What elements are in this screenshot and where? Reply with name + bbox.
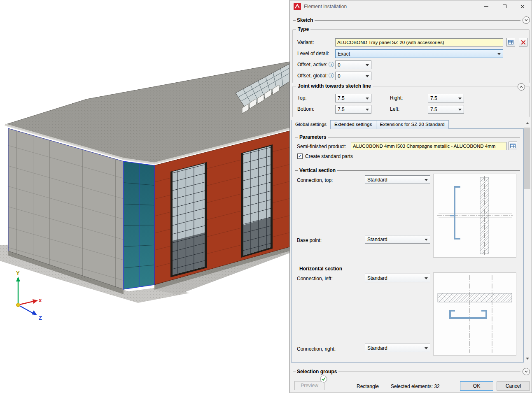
offset-active-label: Offset, active: [297, 61, 327, 68]
info-icon[interactable]: i [329, 62, 334, 67]
maximize-button[interactable] [495, 0, 513, 12]
dropdown-arrow-icon [497, 53, 501, 55]
x-axis-label: x [39, 297, 42, 303]
header-line [293, 372, 296, 372]
horizontal-section-drawing [434, 273, 516, 355]
joint-top-value: 7.5 [338, 95, 345, 101]
cancel-button-label: Cancel [506, 383, 521, 389]
joint-right-combo[interactable]: 7.5 [428, 94, 464, 102]
level-of-detail-combo[interactable]: Exact [335, 49, 503, 58]
header-line [338, 372, 520, 372]
dropdown-arrow-icon [366, 64, 369, 66]
semi-finished-value: ALUCOBOND 4mm I503 Champagne metallic - … [353, 144, 495, 149]
semi-finished-picker-button[interactable] [509, 142, 517, 150]
checkmark-icon: ✓ [298, 154, 302, 158]
connection-top-combo[interactable]: Standard [365, 175, 430, 184]
panel-scrollbar[interactable] [524, 120, 531, 362]
joint-left-value: 7.5 [430, 107, 437, 112]
type-group-title: Type [296, 26, 310, 32]
dropdown-arrow-icon [425, 239, 428, 241]
table-icon [508, 40, 513, 45]
connection-right-combo[interactable]: Standard [365, 344, 430, 352]
tab-extended-settings[interactable]: Extended settings [331, 120, 376, 129]
selected-elements-count: Selected elements: 32 [391, 384, 440, 389]
base-point-label: Base point: [297, 237, 322, 244]
ok-button-label: OK [473, 383, 480, 389]
maximize-icon [503, 5, 506, 8]
connection-right-value: Standard [367, 345, 387, 351]
axis-triad: Y x Z [16, 270, 42, 321]
vertical-section-title: Vertical section [298, 167, 337, 173]
close-icon [520, 5, 525, 9]
y-axis-label: Y [16, 270, 20, 276]
vertical-section-header: Vertical section [295, 167, 520, 174]
joint-left-combo[interactable]: 7.5 [428, 105, 464, 114]
scroll-down-button[interactable] [524, 355, 531, 362]
settings-tabbar: Global settings Extended settings Extens… [291, 120, 449, 129]
x-axis-arrow [33, 299, 38, 304]
table-icon [510, 144, 516, 149]
dropdown-arrow-icon [366, 75, 369, 77]
parameters-title: Parameters [298, 134, 328, 140]
scroll-up-button[interactable] [524, 120, 531, 127]
tab-global-settings[interactable]: Global settings [291, 120, 331, 129]
joint-bottom-value: 7.5 [338, 107, 345, 112]
header-line [293, 20, 296, 21]
preview-button-label: Preview [301, 383, 318, 388]
semi-finished-field[interactable]: ALUCOBOND 4mm I503 Champagne metallic - … [351, 142, 506, 150]
joint-width-collapse-button[interactable] [518, 83, 525, 91]
offset-global-value: 0 [338, 73, 341, 79]
level-of-detail-value: Exact [338, 51, 350, 57]
create-standard-parts-checkbox[interactable]: ✓ [297, 153, 303, 159]
close-button[interactable] [513, 0, 532, 12]
dropdown-arrow-icon [458, 109, 462, 111]
connection-top-label: Connection, top: [297, 177, 333, 184]
building-model: Y x Z [0, 0, 292, 393]
app-icon [294, 3, 301, 10]
minimize-icon [484, 6, 488, 7]
dropdown-arrow-icon [366, 98, 369, 100]
dropdown-arrow-icon [458, 98, 462, 100]
shape-mode-label: Rectangle [357, 384, 379, 389]
ok-button[interactable]: OK [460, 381, 493, 391]
minimize-button[interactable] [477, 0, 495, 12]
clear-variant-button[interactable] [519, 38, 527, 47]
variant-field[interactable]: ALUCOBOND Tray panel SZ-20 (with accesso… [335, 38, 503, 47]
connection-left-combo[interactable]: Standard [365, 274, 430, 282]
dropdown-arrow-icon [425, 179, 428, 181]
preview-check-badge-icon [320, 375, 327, 383]
offset-active-value: 0 [338, 62, 341, 68]
tab-extensions-sz20[interactable]: Extensions for SZ-20 Standard [376, 120, 449, 129]
connection-left-label: Connection, left: [297, 275, 333, 282]
header-line [295, 170, 298, 171]
window-grid-left [170, 162, 207, 277]
arrow-up-icon [526, 122, 529, 124]
horizontal-section-title: Horizontal section [298, 266, 344, 272]
sketch-expand-button[interactable] [523, 16, 530, 24]
dropdown-arrow-icon [366, 109, 369, 111]
connection-right-label: Connection, right: [297, 345, 336, 353]
variant-picker-button[interactable] [506, 38, 515, 47]
scrollbar-thumb[interactable] [524, 128, 530, 189]
joint-top-combo[interactable]: 7.5 [335, 94, 371, 102]
selection-groups-expand-button[interactable] [523, 368, 530, 375]
header-line [328, 137, 520, 137]
offset-global-label: Offset, global: [297, 72, 328, 79]
base-point-combo[interactable]: Standard [365, 235, 430, 244]
joint-bottom-combo[interactable]: 7.5 [335, 105, 371, 114]
info-icon[interactable]: i [329, 73, 334, 78]
y-axis-arrow [16, 277, 20, 281]
header-line [337, 170, 520, 171]
chevron-down-icon [524, 18, 528, 22]
offset-global-combo[interactable]: 0 [335, 72, 371, 80]
offset-active-combo[interactable]: 0 [335, 60, 371, 69]
cancel-button[interactable]: Cancel [497, 381, 530, 391]
joint-left-label: Left: [390, 105, 399, 113]
joint-width-group: Joint width towards sketch line Top: 7.5… [292, 86, 530, 117]
joint-top-label: Top: [297, 94, 307, 102]
joint-right-value: 7.5 [430, 95, 437, 101]
3d-viewport[interactable]: Y x Z [0, 0, 292, 393]
global-settings-panel: Parameters Semi-finished product: ALUCOB… [291, 128, 524, 363]
variant-label: Variant: [297, 39, 314, 46]
sketch-section-title: Sketch [296, 17, 315, 23]
